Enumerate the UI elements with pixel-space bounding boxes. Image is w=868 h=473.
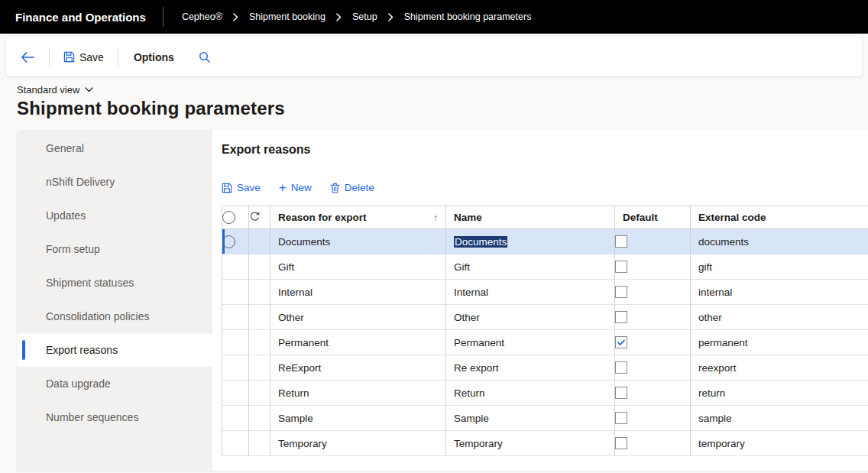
row-select-cell[interactable]: [222, 406, 249, 431]
table-row[interactable]: Gift Gift gift: [222, 254, 868, 280]
default-cell[interactable]: [615, 280, 691, 305]
external-code-cell[interactable]: documents: [691, 229, 868, 254]
export-reasons-grid: Reason for export↑ Name Default External…: [222, 206, 868, 456]
column-header-name[interactable]: Name: [446, 206, 615, 229]
reason-cell[interactable]: Return: [270, 381, 446, 406]
external-code-cell[interactable]: gift: [691, 254, 868, 280]
reason-cell[interactable]: Other: [270, 305, 446, 330]
appbar-divider: [163, 7, 164, 27]
reason-cell[interactable]: Gift: [270, 254, 446, 280]
row-select-cell[interactable]: [222, 305, 249, 330]
external-code-cell[interactable]: other: [691, 305, 868, 330]
sidebar-item-shipment-statuses[interactable]: Shipment statuses: [17, 266, 212, 300]
table-row[interactable]: Sample Sample sample: [222, 406, 868, 431]
default-checkbox[interactable]: [615, 286, 627, 298]
row-select-cell[interactable]: [222, 355, 249, 381]
sidebar-item-number-sequences[interactable]: Number sequences: [17, 400, 212, 434]
reason-cell[interactable]: Documents: [270, 229, 446, 254]
refresh-cell[interactable]: [249, 206, 270, 229]
default-checkbox[interactable]: [615, 311, 627, 323]
back-button[interactable]: [14, 47, 41, 68]
breadcrumb-item[interactable]: Shipment booking parameters: [404, 11, 532, 22]
sidebar-item-data-upgrade[interactable]: Data upgrade: [17, 367, 212, 400]
column-header-external-code[interactable]: External code: [691, 206, 868, 229]
select-all-radio[interactable]: [222, 211, 235, 224]
select-all-cell[interactable]: [222, 206, 249, 229]
grid-delete-label: Delete: [345, 182, 374, 193]
name-cell[interactable]: Sample: [446, 406, 615, 431]
sidebar-item-general[interactable]: General: [17, 131, 212, 165]
default-checkbox[interactable]: [615, 412, 627, 424]
sidebar-item-export-reasons[interactable]: Export reasons: [17, 333, 212, 367]
default-cell[interactable]: [615, 330, 691, 355]
table-row[interactable]: ReExport Re export reexport: [222, 355, 868, 381]
content-area: Export reasons Save + New Delete: [212, 130, 868, 471]
default-cell[interactable]: [615, 305, 691, 330]
name-cell[interactable]: Temporary: [446, 431, 615, 456]
reason-cell[interactable]: Internal: [270, 280, 446, 305]
breadcrumb-item[interactable]: Cepheo®: [182, 11, 222, 22]
default-checkbox[interactable]: [615, 387, 627, 399]
breadcrumb-item[interactable]: Shipment booking: [249, 11, 326, 22]
table-row[interactable]: Internal Internal internal: [222, 280, 868, 305]
name-cell[interactable]: Internal: [446, 280, 615, 305]
reason-cell[interactable]: Sample: [270, 406, 446, 431]
default-checkbox[interactable]: [615, 361, 627, 374]
external-code-cell[interactable]: return: [691, 381, 868, 406]
default-checkbox[interactable]: [615, 336, 627, 348]
name-cell[interactable]: Gift: [446, 254, 615, 280]
row-select-cell[interactable]: [222, 280, 249, 305]
table-row[interactable]: Temporary Temporary temporary: [222, 431, 868, 456]
default-cell[interactable]: [615, 406, 691, 431]
table-row[interactable]: Documents Documents documents: [222, 229, 868, 254]
table-row[interactable]: Return Return return: [222, 381, 868, 406]
options-menu[interactable]: Options: [126, 47, 182, 68]
grid-delete-button[interactable]: Delete: [330, 182, 374, 193]
save-button[interactable]: Save: [57, 47, 110, 68]
default-checkbox[interactable]: [615, 235, 627, 248]
view-selector[interactable]: Standard view: [17, 84, 93, 96]
default-cell[interactable]: [615, 431, 691, 456]
external-code-cell[interactable]: sample: [691, 406, 868, 431]
row-select-radio[interactable]: [222, 235, 235, 248]
name-cell[interactable]: Return: [446, 381, 615, 406]
default-cell[interactable]: [615, 229, 691, 254]
default-checkbox[interactable]: [615, 261, 627, 273]
name-cell[interactable]: Documents: [446, 229, 615, 254]
default-cell[interactable]: [615, 381, 691, 406]
sidebar-item-label: Consolidation policies: [46, 310, 149, 322]
external-code-cell[interactable]: reexport: [691, 355, 868, 381]
external-code-cell[interactable]: permanent: [691, 330, 868, 355]
reason-cell[interactable]: ReExport: [270, 355, 446, 381]
default-cell[interactable]: [615, 355, 691, 381]
row-select-cell[interactable]: [222, 229, 249, 254]
row-select-cell[interactable]: [222, 381, 249, 406]
search-button[interactable]: [193, 47, 217, 68]
grid-save-button[interactable]: Save: [222, 182, 261, 193]
name-cell[interactable]: Re export: [446, 355, 615, 381]
grid-new-button[interactable]: + New: [279, 182, 312, 193]
breadcrumb-item[interactable]: Setup: [352, 11, 377, 22]
sidebar-item-consolidation-policies[interactable]: Consolidation policies: [17, 300, 212, 333]
sidebar-item-updates[interactable]: Updates: [17, 199, 212, 232]
external-code-cell[interactable]: temporary: [691, 431, 868, 456]
name-cell[interactable]: Permanent: [446, 330, 615, 355]
external-code-cell[interactable]: internal: [691, 280, 868, 305]
column-header-reason[interactable]: Reason for export↑: [270, 206, 446, 229]
sidebar-item-form-setup[interactable]: Form setup: [17, 232, 212, 266]
sidebar-item-nshift-delivery[interactable]: nShift Delivery: [17, 165, 212, 199]
table-row[interactable]: Other Other other: [222, 305, 868, 330]
column-header-default[interactable]: Default: [615, 206, 691, 229]
reason-cell[interactable]: Permanent: [270, 330, 446, 355]
default-checkbox[interactable]: [615, 437, 627, 449]
sidebar-item-label: Updates: [46, 209, 86, 222]
default-cell[interactable]: [615, 254, 691, 280]
reason-cell[interactable]: Temporary: [270, 431, 446, 456]
table-row[interactable]: Permanent Permanent permanent: [222, 330, 868, 355]
row-select-cell[interactable]: [222, 254, 249, 280]
row-select-cell[interactable]: [222, 330, 249, 355]
sidebar-item-label: Shipment statuses: [46, 277, 134, 289]
app-title[interactable]: Finance and Operations: [0, 11, 163, 24]
row-select-cell[interactable]: [222, 431, 249, 456]
name-cell[interactable]: Other: [446, 305, 615, 330]
